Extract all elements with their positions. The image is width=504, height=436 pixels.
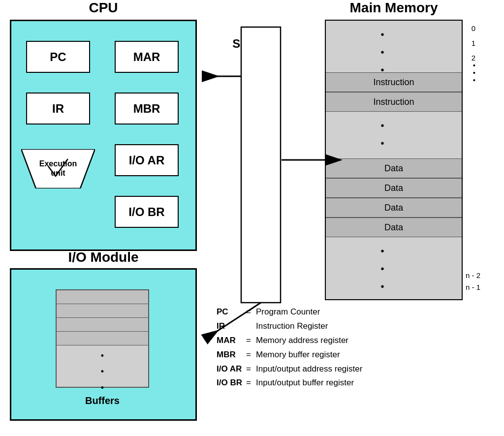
cpu-box: PC MAR IR MBR I/O AR I/O BR Executionuni… <box>10 20 197 251</box>
legend-ir: IR Instruction Register <box>217 319 362 334</box>
legend-mbr-key: MBR <box>217 348 246 362</box>
svg-rect-4 <box>241 27 281 303</box>
buffer-row-1 <box>57 290 148 304</box>
system-bus-label: SystemBus <box>224 37 283 65</box>
mem-data-row-4: Data <box>326 218 462 237</box>
legend-iobr-key: I/O BR <box>217 376 246 390</box>
legend-ir-desc: Instruction Register <box>256 319 328 334</box>
cpu-title: CPU <box>10 0 197 16</box>
legend-pc-desc: Program Counter <box>256 305 320 319</box>
legend-pc-key: PC <box>217 305 246 319</box>
legend-mar-key: MAR <box>217 334 246 348</box>
mem-data-row-1: Data <box>326 158 462 178</box>
legend-mar-desc: Memory address register <box>256 334 348 348</box>
io-module-box: ••• Buffers <box>10 268 197 421</box>
mem-dots-bot: ••• <box>326 242 439 295</box>
mem-data-row-2: Data <box>326 178 462 198</box>
legend-mbr-desc: Memory buffer register <box>256 348 340 362</box>
mem-instruction-row-1: Instruction <box>326 72 462 92</box>
io-module-title: I/O Module <box>10 249 197 265</box>
execution-unit: Executionunit <box>21 149 95 188</box>
main-memory-title: Main Memory <box>325 0 463 16</box>
buffers-label: Buffers <box>56 395 149 406</box>
mar-register: MAR <box>115 41 179 73</box>
mem-data-row-3: Data <box>326 198 462 218</box>
buffers-stack: ••• <box>56 289 149 388</box>
mem-addr-bot: n - 2n - 1 <box>466 270 480 293</box>
legend-iobr: I/O BR = Input/output buffer register <box>217 376 362 390</box>
legend-ioar-key: I/O AR <box>217 362 246 376</box>
legend-ioar-desc: Input/output address register <box>256 362 362 376</box>
svg-marker-0 <box>21 149 95 188</box>
legend-pc: PC = Program Counter <box>217 305 362 319</box>
mem-addr-top: 012••• <box>472 25 475 84</box>
pc-register: PC <box>26 41 90 73</box>
buffer-row-4 <box>57 332 148 345</box>
ir-register: IR <box>26 93 90 125</box>
legend-mbr: MBR = Memory buffer register <box>217 348 362 362</box>
legend: PC = Program Counter IR Instruction Regi… <box>217 305 362 390</box>
buffer-row-3 <box>57 318 148 332</box>
main-memory-box: ••• 012••• Instruction Instruction ••• D… <box>325 20 463 300</box>
ioar-register: I/O AR <box>115 144 179 176</box>
mbr-register: MBR <box>115 93 179 125</box>
mem-instruction-row-2: Instruction <box>326 92 462 112</box>
iobr-register: I/O BR <box>115 196 179 228</box>
legend-iobr-desc: Input/output buffer register <box>256 376 354 390</box>
mem-dots-top: ••• <box>326 26 439 79</box>
legend-ir-key: IR <box>217 319 246 334</box>
legend-mar: MAR = Memory address register <box>217 334 362 348</box>
buffer-dots: ••• <box>57 345 148 396</box>
buffer-row-2 <box>57 304 148 318</box>
legend-ioar: I/O AR = Input/output address register <box>217 362 362 376</box>
